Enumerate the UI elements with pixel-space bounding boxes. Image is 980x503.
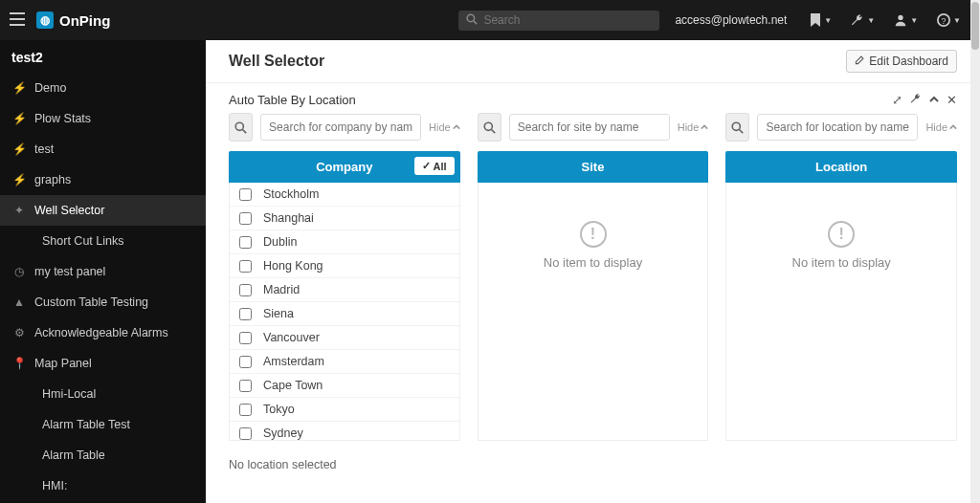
location-hide-toggle[interactable]: Hide: [925, 121, 957, 133]
lightning-icon: ⚡: [11, 142, 27, 156]
svg-line-6: [243, 129, 247, 133]
tools-menu[interactable]: ▼: [851, 13, 875, 27]
company-checkbox[interactable]: [239, 356, 252, 368]
sidebar-item-map-panel[interactable]: 📍Map Panel: [0, 348, 206, 379]
company-checkbox[interactable]: [239, 380, 252, 392]
list-item[interactable]: Sydney: [230, 422, 459, 441]
sidebar-item-label: Short Cut Links: [42, 234, 123, 248]
lightning-icon: ⚡: [11, 112, 27, 125]
check-icon: ✓: [422, 160, 431, 172]
settings-icon[interactable]: [910, 93, 922, 107]
company-header-label: Company: [316, 160, 372, 174]
list-item[interactable]: Amsterdam: [230, 350, 459, 374]
alert-icon: !: [828, 221, 855, 248]
close-icon[interactable]: ✕: [947, 93, 957, 107]
company-search-input[interactable]: [260, 114, 421, 141]
site-column: Hide Site ! No item to display: [478, 113, 709, 441]
sidebar-item-plow-stats[interactable]: ⚡Plow Stats: [0, 103, 206, 134]
chevron-up-icon[interactable]: [929, 93, 939, 107]
sidebar-item-hmi-[interactable]: HMI:: [0, 470, 206, 501]
global-search[interactable]: [458, 11, 659, 31]
company-checkbox[interactable]: [239, 308, 252, 320]
help-menu[interactable]: ? ▼: [937, 13, 961, 27]
sidebar-item-custom-table-testing[interactable]: ▲Custom Table Testing: [0, 287, 206, 317]
company-checkbox[interactable]: [239, 260, 252, 273]
company-name: Cape Town: [263, 379, 323, 392]
expand-icon[interactable]: ⤢: [892, 93, 902, 107]
sidebar-item-label: Map Panel: [34, 357, 92, 370]
site-hide-toggle[interactable]: Hide: [678, 121, 709, 133]
lightning-icon: ⚡: [11, 173, 27, 186]
sidebar-item-label: graphs: [34, 173, 71, 186]
page-scrollbar-thumb[interactable]: [971, 2, 979, 50]
edit-dashboard-label: Edit Dashboard: [869, 55, 948, 68]
company-checkbox[interactable]: [239, 404, 252, 416]
panel-title: Auto Table By Location: [229, 93, 356, 107]
sidebar-item-hmi-local[interactable]: Hmi-Local: [0, 379, 206, 409]
location-column-header: Location: [725, 151, 957, 183]
company-name: Sydney: [263, 426, 303, 440]
list-item[interactable]: Shanghai: [230, 207, 459, 230]
hide-label: Hide: [678, 121, 700, 133]
all-label: All: [434, 161, 447, 172]
company-name: Siena: [263, 307, 294, 320]
list-item[interactable]: Madrid: [230, 278, 459, 302]
location-search-button[interactable]: [725, 113, 749, 142]
location-empty-state: ! No item to display: [725, 183, 957, 441]
list-item[interactable]: Vancouver: [230, 326, 459, 350]
company-checkbox[interactable]: [239, 427, 252, 440]
company-list[interactable]: StockholmShanghaiDublinHong KongMadridSi…: [229, 183, 460, 441]
select-all-button[interactable]: ✓ All: [414, 157, 455, 175]
site-search-button[interactable]: [478, 113, 501, 142]
sidebar-item-well-selector[interactable]: ✦Well Selector: [0, 195, 206, 226]
location-search-input[interactable]: [757, 114, 918, 141]
sidebar-item-label: Alarm Table Test: [42, 418, 130, 431]
list-item[interactable]: Tokyo: [230, 398, 459, 422]
sidebar-item-graphs[interactable]: ⚡graphs: [0, 164, 206, 195]
company-name: Amsterdam: [263, 355, 324, 368]
bookmark-icon: [810, 13, 821, 27]
list-item[interactable]: Cape Town: [230, 374, 459, 398]
page-scrollbar[interactable]: [970, 0, 980, 503]
edit-icon: [855, 55, 865, 68]
sidebar-item-label: Custom Table Testing: [34, 295, 148, 309]
account-email[interactable]: access@plowtech.net: [675, 13, 787, 27]
sidebar-item-short-cut-links[interactable]: Short Cut Links: [0, 226, 206, 256]
list-item[interactable]: Hong Kong: [230, 254, 459, 278]
app-logo[interactable]: ◍ OnPing: [36, 11, 110, 29]
list-item[interactable]: Stockholm: [230, 183, 459, 207]
company-name: Vancouver: [263, 331, 320, 344]
edit-dashboard-button[interactable]: Edit Dashboard: [846, 50, 957, 73]
user-icon: [894, 13, 907, 27]
company-checkbox[interactable]: [239, 212, 252, 225]
list-item[interactable]: Dublin: [230, 230, 459, 254]
chevron-up-icon: [701, 123, 708, 131]
sidebar-item-test[interactable]: ⚡test: [0, 134, 206, 164]
sidebar-item-label: Well Selector: [34, 204, 104, 217]
sidebar-item-my-test-panel[interactable]: ◷my test panel: [0, 256, 206, 287]
company-checkbox[interactable]: [239, 188, 252, 201]
sidebar-item-demo[interactable]: ⚡Demo: [0, 73, 206, 103]
company-search-button[interactable]: [229, 113, 253, 142]
puzzle-icon: ✦: [11, 204, 27, 217]
company-checkbox[interactable]: [239, 236, 252, 249]
company-checkbox[interactable]: [239, 284, 252, 296]
warning-icon: ▲: [11, 295, 27, 309]
wrench-icon: [851, 13, 864, 27]
bookmark-menu[interactable]: ▼: [810, 13, 832, 27]
user-menu[interactable]: ▼: [894, 13, 918, 27]
list-item[interactable]: Siena: [230, 302, 459, 326]
topbar: ◍ OnPing access@plowtech.net ▼ ▼ ▼ ? ▼: [0, 0, 980, 40]
global-search-input[interactable]: [483, 13, 652, 27]
sidebar-item-alarm-table-test[interactable]: Alarm Table Test: [0, 409, 206, 440]
company-name: Hong Kong: [263, 259, 323, 273]
company-checkbox[interactable]: [239, 332, 252, 344]
sidebar-item-alarm-table[interactable]: Alarm Table: [0, 440, 206, 470]
site-search-input[interactable]: [509, 114, 670, 141]
company-hide-toggle[interactable]: Hide: [429, 121, 460, 133]
sidebar-item-acknowledgeable-alarms[interactable]: ⚙Acknowledgeable Alarms: [0, 317, 206, 348]
sidebar-item-label: Demo: [34, 81, 66, 95]
gauge-icon: ◷: [11, 265, 27, 278]
chevron-up-icon: [453, 123, 460, 131]
menu-icon[interactable]: [10, 12, 29, 29]
